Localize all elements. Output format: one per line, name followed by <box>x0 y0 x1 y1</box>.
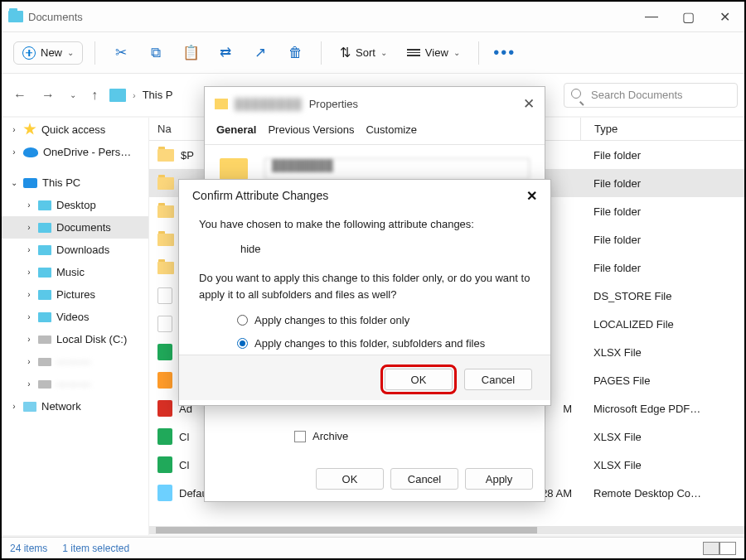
sidebar-item[interactable]: ›Documents <box>2 216 148 239</box>
forward-icon[interactable]: → <box>41 88 55 103</box>
sort-button[interactable]: Sort ⌄ <box>333 45 394 60</box>
folder-icon <box>215 99 228 109</box>
more-icon[interactable]: ••• <box>491 39 519 67</box>
close-icon[interactable]: ✕ <box>526 188 537 204</box>
status-item-count: 24 items <box>10 543 47 554</box>
chevron-icon: ⌄ <box>10 178 18 187</box>
confirm-line1: You have chosen to make the following at… <box>199 216 530 233</box>
tab-customize[interactable]: Customize <box>366 123 416 136</box>
properties-ok-button[interactable]: OK <box>316 468 384 490</box>
archive-checkbox[interactable] <box>294 431 306 442</box>
file-icon <box>157 205 174 218</box>
sort-icon <box>340 45 351 60</box>
file-icon <box>157 234 174 246</box>
file-date: M <box>563 403 572 415</box>
file-icon <box>157 428 172 445</box>
window-title-bar: Documents — ▢ ✕ <box>2 2 744 31</box>
radio-icon <box>237 315 248 326</box>
folder-name-input[interactable]: ████████ <box>264 158 530 180</box>
breadcrumb[interactable]: › This P <box>109 89 173 102</box>
file-type: File folder <box>580 205 744 218</box>
sidebar-item[interactable]: ›Desktop <box>2 194 148 216</box>
up-icon[interactable]: ↑ <box>91 88 98 103</box>
divider <box>94 41 95 65</box>
sidebar-item[interactable]: ›Music <box>2 261 148 283</box>
monitor-icon <box>23 178 37 188</box>
chevron-icon: › <box>25 379 33 389</box>
file-type: DS_STORE File <box>580 290 744 302</box>
share-icon[interactable]: ↗ <box>246 39 274 67</box>
sidebar-item[interactable]: ›OneDrive - Pers… <box>2 141 148 163</box>
properties-cancel-button[interactable]: Cancel <box>390 468 458 490</box>
paste-icon[interactable]: 📋 <box>177 39 205 67</box>
copy-icon[interactable]: ⧉ <box>142 39 170 67</box>
folder-icon <box>38 245 51 255</box>
chevron-icon: › <box>25 290 33 299</box>
sidebar-item-label: Pictures <box>56 288 95 301</box>
sidebar-item[interactable]: ›Videos <box>2 306 148 328</box>
new-button[interactable]: New ⌄ <box>13 41 83 65</box>
delete-icon[interactable]: 🗑 <box>281 39 309 67</box>
sidebar-item-label: Videos <box>56 311 90 323</box>
search-icon <box>571 89 584 101</box>
file-icon <box>157 372 172 389</box>
close-icon[interactable]: ✕ <box>718 9 731 25</box>
disk-icon <box>38 336 51 344</box>
confirm-dialog-title: Confirm Attribute Changes <box>192 189 328 202</box>
confirm-cancel-button[interactable]: Cancel <box>464 369 532 390</box>
sidebar-item-label: ——— <box>56 355 91 368</box>
folder-icon <box>38 223 51 233</box>
net-icon <box>23 402 36 412</box>
view-button[interactable]: View ⌄ <box>400 46 467 59</box>
chevron-down-icon: ⌄ <box>453 48 460 57</box>
sidebar-item[interactable]: ⌄This PC <box>2 171 148 194</box>
close-icon[interactable]: ✕ <box>523 95 535 113</box>
file-icon <box>157 287 172 304</box>
sidebar-item[interactable]: ›Local Disk (C:) <box>2 328 148 350</box>
sidebar-item-label: Music <box>56 266 85 278</box>
sidebar-item[interactable]: ›——— <box>2 373 148 395</box>
file-type: File folder <box>580 262 744 274</box>
horizontal-scrollbar[interactable] <box>149 526 744 534</box>
file-name: Cl <box>179 459 189 471</box>
search-input[interactable]: Search Documents <box>564 83 738 108</box>
back-icon[interactable]: ← <box>13 88 27 103</box>
cut-icon[interactable]: ✂ <box>107 39 135 67</box>
radio-subfolders[interactable]: Apply changes to this folder, subfolders… <box>199 332 530 355</box>
file-type: XLSX File <box>580 346 744 359</box>
divider <box>321 41 322 65</box>
sidebar-item[interactable]: ›——— <box>2 350 148 373</box>
plus-icon <box>22 46 36 60</box>
confirm-ok-button[interactable]: OK <box>385 369 453 390</box>
chevron-down-icon[interactable]: ⌄ <box>70 90 76 99</box>
column-header-type[interactable]: Type <box>580 118 744 140</box>
properties-title-suffix: Properties <box>309 98 358 110</box>
file-type: File folder <box>580 177 744 190</box>
properties-apply-button[interactable]: Apply <box>465 468 533 490</box>
properties-folder-name: ████████ <box>235 98 303 110</box>
rename-icon[interactable]: ⇄ <box>211 39 240 67</box>
chevron-icon: › <box>25 335 33 344</box>
details-view-toggle[interactable] <box>703 542 719 555</box>
tab-general[interactable]: General <box>216 123 256 136</box>
folder-icon <box>38 290 51 300</box>
view-icon <box>407 47 420 58</box>
large-view-toggle[interactable] <box>719 542 736 555</box>
folder-icon <box>220 158 248 180</box>
chevron-icon: › <box>25 200 33 210</box>
folder-icon <box>38 200 51 210</box>
sidebar-item[interactable]: ›Network <box>2 395 148 418</box>
file-icon <box>157 485 172 501</box>
tab-previous-versions[interactable]: Previous Versions <box>268 123 354 136</box>
radio-folder-only[interactable]: Apply changes to this folder only <box>199 309 530 332</box>
minimize-icon[interactable]: — <box>645 9 658 25</box>
chevron-icon: › <box>25 268 33 277</box>
file-icon <box>157 400 172 417</box>
sidebar-item-label: ——— <box>56 378 91 390</box>
sidebar-item[interactable]: ›Quick access <box>2 118 148 141</box>
window-title: Documents <box>28 11 83 23</box>
sidebar-item[interactable]: ›Pictures <box>2 283 148 306</box>
maximize-icon[interactable]: ▢ <box>681 9 695 25</box>
file-type: File folder <box>580 149 744 162</box>
sidebar-item[interactable]: ›Downloads <box>2 239 148 261</box>
